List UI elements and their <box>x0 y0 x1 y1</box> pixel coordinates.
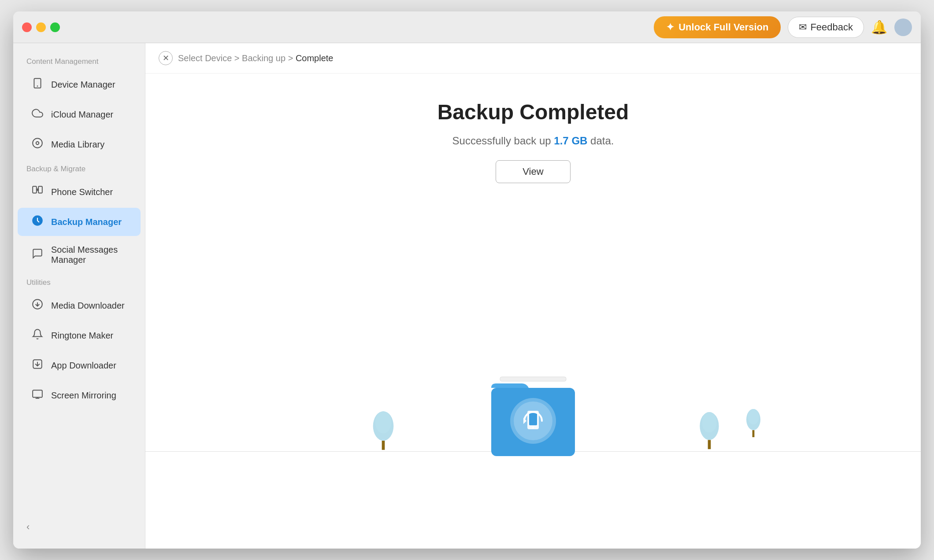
sidebar-item-media-downloader[interactable]: Media Downloader <box>18 291 141 320</box>
tree-right-small <box>740 405 767 441</box>
unlock-icon: ✦ <box>666 22 674 33</box>
user-avatar-button[interactable] <box>894 18 912 36</box>
tree-left-large <box>366 408 401 452</box>
content-area: ✕ Select Device > Backing up > Complete … <box>145 43 921 549</box>
svg-rect-16 <box>500 377 566 381</box>
sidebar-item-device-manager[interactable]: Device Manager <box>18 70 141 99</box>
svg-rect-4 <box>33 186 37 193</box>
screen-mirroring-icon <box>31 388 44 402</box>
backup-subtitle: Successfully back up 1.7 GB data. <box>452 135 614 147</box>
notifications-button[interactable]: 🔔 <box>871 19 887 35</box>
maximize-button[interactable] <box>50 22 60 32</box>
ringtone-maker-label: Ringtone Maker <box>51 331 113 341</box>
breadcrumb-step1: Select Device <box>178 53 232 63</box>
sidebar-item-phone-switcher[interactable]: Phone Switcher <box>18 178 141 206</box>
backup-subtitle-prefix: Successfully back up <box>452 135 554 147</box>
backup-folder-icon <box>487 375 579 461</box>
sidebar-item-icloud-manager[interactable]: iCloud Manager <box>18 100 141 129</box>
svg-point-2 <box>33 138 42 148</box>
icloud-manager-icon <box>31 107 44 122</box>
icloud-manager-label: iCloud Manager <box>51 110 113 120</box>
media-library-icon <box>31 137 44 151</box>
svg-rect-10 <box>33 390 42 397</box>
illustration <box>145 201 921 549</box>
breadcrumb-sep1: > <box>234 53 242 63</box>
svg-point-25 <box>702 412 716 433</box>
svg-rect-15 <box>382 441 385 450</box>
traffic-lights <box>22 22 60 32</box>
view-button[interactable]: View <box>496 160 570 183</box>
backup-title: Backup Completed <box>437 100 629 124</box>
unlock-label: Unlock Full Version <box>678 22 768 33</box>
feedback-label: Feedback <box>810 22 853 33</box>
sidebar-item-media-library[interactable]: Media Library <box>18 130 141 158</box>
phone-switcher-label: Phone Switcher <box>51 187 113 197</box>
mail-icon: ✉ <box>799 22 807 33</box>
close-button[interactable] <box>22 22 32 32</box>
minimize-button[interactable] <box>36 22 46 32</box>
section-label-utilities: Utilities <box>13 273 145 291</box>
sidebar-item-app-downloader[interactable]: App Downloader <box>18 351 141 379</box>
media-downloader-label: Media Downloader <box>51 301 125 311</box>
phone-switcher-icon <box>31 185 44 199</box>
backup-manager-icon <box>31 215 44 229</box>
screen-mirroring-label: Screen Mirroring <box>51 391 116 401</box>
svg-point-28 <box>748 409 759 424</box>
sidebar-item-ringtone-maker[interactable]: Ringtone Maker <box>18 321 141 350</box>
section-label-backup-migrate: Backup & Migrate <box>13 159 145 177</box>
svg-point-14 <box>375 411 392 433</box>
sidebar-item-backup-manager[interactable]: Backup Manager <box>18 208 141 236</box>
svg-rect-26 <box>708 440 711 449</box>
svg-point-22 <box>532 427 534 428</box>
svg-rect-21 <box>529 413 537 425</box>
svg-rect-5 <box>38 186 42 193</box>
app-downloader-icon <box>31 358 44 372</box>
device-manager-icon <box>31 77 44 92</box>
app-window: ✦ Unlock Full Version ✉ Feedback 🔔 Conte… <box>13 11 921 549</box>
breadcrumb-step2: Backing up <box>242 53 285 63</box>
ringtone-maker-icon <box>31 328 44 343</box>
sidebar-item-screen-mirroring[interactable]: Screen Mirroring <box>18 381 141 409</box>
social-messages-label: Social Messages Manager <box>51 245 127 265</box>
main-content: Content Management Device Manager iCloud… <box>13 43 921 549</box>
backup-completed-panel: Backup Completed Successfully back up 1.… <box>145 74 921 549</box>
sidebar-collapse-button[interactable]: ‹ <box>13 514 145 540</box>
backup-data-size: 1.7 GB <box>554 135 587 147</box>
breadcrumb: Select Device > Backing up > Complete <box>178 53 333 63</box>
app-downloader-label: App Downloader <box>51 361 116 371</box>
sidebar: Content Management Device Manager iCloud… <box>13 43 145 549</box>
sidebar-item-social-messages-manager[interactable]: Social Messages Manager <box>18 238 141 272</box>
section-label-content-management: Content Management <box>13 52 145 70</box>
breadcrumb-close-button[interactable]: ✕ <box>159 51 173 65</box>
unlock-button[interactable]: ✦ Unlock Full Version <box>654 16 781 38</box>
breadcrumb-sep2: > <box>288 53 296 63</box>
svg-rect-29 <box>752 430 755 437</box>
feedback-button[interactable]: ✉ Feedback <box>788 17 864 38</box>
backup-manager-label: Backup Manager <box>51 217 122 227</box>
title-bar: ✦ Unlock Full Version ✉ Feedback 🔔 <box>13 11 921 43</box>
collapse-icon: ‹ <box>26 521 30 533</box>
svg-point-3 <box>36 142 39 145</box>
tree-right-large <box>692 408 727 452</box>
media-library-label: Media Library <box>51 140 104 150</box>
media-downloader-icon <box>31 298 44 313</box>
social-messages-icon <box>31 248 44 262</box>
device-manager-label: Device Manager <box>51 80 115 90</box>
breadcrumb-step3: Complete <box>296 53 334 63</box>
backup-subtitle-suffix: data. <box>590 135 614 147</box>
title-bar-actions: ✦ Unlock Full Version ✉ Feedback 🔔 <box>654 16 912 38</box>
breadcrumb-bar: ✕ Select Device > Backing up > Complete <box>145 43 921 74</box>
